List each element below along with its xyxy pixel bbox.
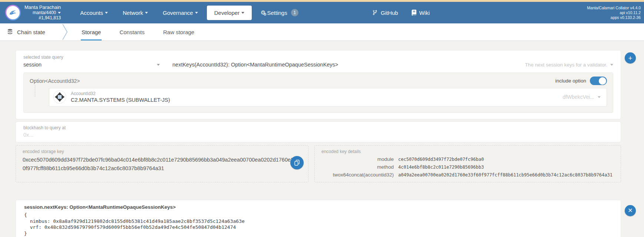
chain-endpoint[interactable]: manta/4400 [24, 10, 61, 15]
nav-accounts[interactable]: Accounts [74, 6, 114, 20]
blockhash-card: blockhash to query at 0x... [16, 121, 621, 142]
toggle-knob [599, 77, 606, 85]
encoded-row: encoded storage key 0xcec5070d609dd3497f… [16, 145, 621, 182]
result-line: { [24, 212, 612, 218]
tab-bar: Chain state Storage Constants Raw storag… [0, 23, 644, 41]
account-name: C2.MANTA.SYSTEMS (SUBWALLET-JS) [71, 97, 170, 103]
result-header: session.nextKeys: Option<MantaRuntimeOpa… [24, 204, 612, 210]
account-address-short: dfWbekcVei... [562, 94, 601, 100]
detail-row-name: method [321, 164, 394, 170]
detail-row-value: cec5070d609dd3497f72bde07fc96ba0 [398, 157, 614, 162]
key-details-grid: module cec5070d609dd3497f72bde07fc96ba0 … [321, 156, 614, 178]
api-version: api v10.11.2 [587, 10, 641, 15]
query-label: selected state query [23, 55, 613, 60]
tab-storage[interactable]: Storage [81, 23, 102, 40]
blockhash-label: blockhash to query at [23, 125, 613, 130]
copy-button[interactable] [290, 156, 304, 169]
chevron-down-icon [58, 12, 61, 14]
close-result-button[interactable]: ✕ [625, 205, 636, 216]
chevron-down-icon [598, 96, 601, 98]
result-line: vrf: 0x48c832d59679790f579d6009f5bb56ef0… [24, 224, 612, 231]
result-json: { nimbus: 0x8a8af929d1219802dc8155d0b538… [24, 212, 612, 237]
chain-name: Manta Parachain [24, 5, 61, 10]
manta-logo-inner [6, 6, 20, 19]
section-title: Chain state [7, 23, 45, 40]
account-type-label: AccountId32 [71, 91, 170, 96]
chain-info: Manta Parachain manta/4400 #1,941,813 [24, 5, 61, 20]
manta-logo[interactable] [5, 5, 21, 20]
method-select[interactable]: The next session keys for a validator. [525, 62, 613, 68]
git-branch-icon [373, 10, 378, 16]
detail-row-name: twox64concat(accountid32) [321, 172, 394, 178]
chevron-down-icon [145, 12, 148, 14]
pallet-select[interactable]: session [23, 62, 160, 68]
nav-network[interactable]: Network [117, 6, 154, 20]
chevron-down-icon [610, 64, 613, 66]
book-icon [412, 10, 416, 16]
nav-governance[interactable]: Governance [157, 6, 204, 20]
detail-row-name: module [321, 156, 394, 162]
encoded-key-value: 0xcec5070d609dd3497f72bde07fc96ba04c014e… [23, 156, 301, 173]
page-content: + selected state query session nextKeys(… [0, 41, 644, 237]
add-query-button[interactable]: + [625, 52, 636, 64]
nav-settings[interactable]: ⚙⚙ Settings 1 [255, 5, 304, 20]
encoded-storage-key-box: encoded storage key 0xcec5070d609dd3497f… [16, 145, 308, 182]
storage-signature: nextKeys(AccountId32): Option<MantaRunti… [172, 62, 338, 68]
app-header: Manta Parachain manta/4400 #1,941,813 Ac… [0, 2, 644, 23]
state-query-card: + selected state query session nextKeys(… [16, 50, 621, 119]
tab-divider [62, 23, 68, 40]
include-option-control: include option [555, 77, 607, 85]
node-version: Manta/Calamari Collator v4.4.0 [587, 6, 641, 10]
chevron-down-icon [241, 12, 244, 14]
include-option-toggle[interactable] [590, 77, 607, 85]
account-texts: AccountId32 C2.MANTA.SYSTEMS (SUBWALLET-… [71, 91, 170, 103]
encoded-key-label: encoded storage key [23, 149, 301, 154]
identicon [53, 90, 66, 104]
tab-constants[interactable]: Constants [119, 23, 145, 40]
query-row: session nextKeys(AccountId32): Option<Ma… [23, 62, 613, 68]
key-details-label: encoded key details [321, 149, 614, 154]
query-result-card: ✕ session.nextKeys: Option<MantaRuntimeO… [16, 200, 621, 237]
apps-version: apps v0.133.2-36 [587, 15, 641, 20]
option-header: Option<AccountId32> include option [30, 77, 607, 85]
copy-icon [294, 160, 300, 166]
nav-developer[interactable]: Developer [207, 6, 252, 20]
encoded-key-details-box: encoded key details module cec5070d609dd… [314, 145, 621, 182]
param-type-label: Option<AccountId32> [30, 78, 80, 84]
tab-raw-storage[interactable]: Raw storage [162, 23, 195, 40]
result-line: nimbus: 0x8a8af929d1219802dc8155d0b5381c… [24, 218, 612, 225]
manta-fish-icon [8, 8, 18, 17]
database-icon [7, 29, 13, 35]
wiki-link[interactable]: Wiki [412, 10, 430, 16]
github-link[interactable]: GitHub [373, 10, 398, 16]
result-line: } [24, 231, 612, 237]
include-option-label: include option [555, 78, 586, 84]
account-select-row[interactable]: AccountId32 C2.MANTA.SYSTEMS (SUBWALLET-… [49, 88, 607, 107]
chevron-down-icon [157, 64, 160, 66]
best-block-number: #1,941,813 [24, 15, 61, 20]
blockhash-input[interactable]: 0x... [23, 132, 613, 138]
settings-badge: 1 [291, 9, 298, 16]
chevron-down-icon [195, 12, 198, 14]
main-nav: Accounts Network Governance Developer ⚙⚙… [74, 5, 304, 20]
param-option-box: Option<AccountId32> include option [23, 72, 613, 113]
tabs: Storage Constants Raw storage [81, 23, 195, 40]
external-links: GitHub Wiki [373, 2, 430, 23]
chevron-down-icon [105, 12, 108, 14]
gear-icon: ⚙⚙ [261, 9, 264, 16]
detail-row-value: 4c014e6bf8b8c2c011e7290b85696bb3 [398, 165, 614, 170]
param-guide-line [35, 85, 35, 97]
version-info: Manta/Calamari Collator v4.4.0 api v10.1… [587, 6, 641, 20]
detail-row-value: a049a2eea00700ea0202d1760e33f60f977fcff8… [398, 172, 614, 178]
